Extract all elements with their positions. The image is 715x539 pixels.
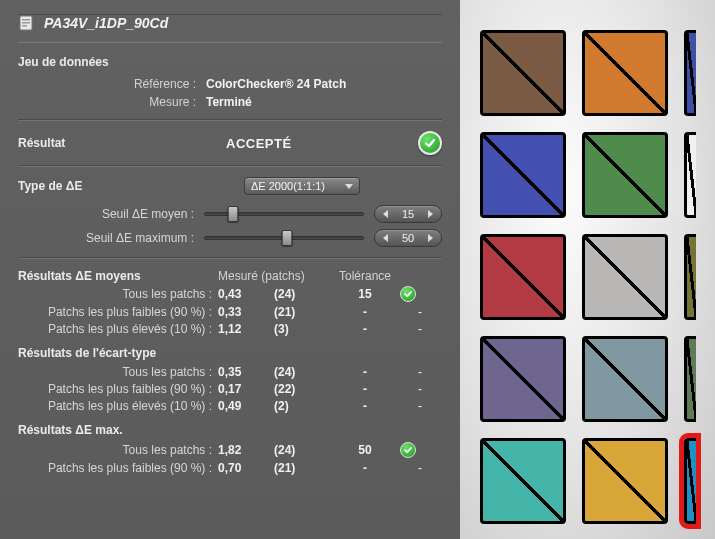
threshold-avg-slider[interactable] [204,212,364,216]
result-row: Résultat ACCEPTÉ [18,131,442,155]
row-measured: 0,70 [218,461,274,475]
color-swatch[interactable] [684,336,696,422]
chevron-down-icon [345,184,353,189]
threshold-avg-value: 15 [398,208,418,220]
row-measured: 1,82 [218,443,274,457]
de-type-dropdown[interactable]: ΔE 2000(1:1:1) [244,177,360,195]
color-swatch[interactable] [684,132,696,218]
result-row: Patchs les plus élevés (10 %) :0,49(2)-- [18,399,442,413]
row-label: Patchs les plus élevés (10 %) : [18,399,218,413]
color-swatch[interactable] [684,30,696,116]
row-count: (21) [274,305,330,319]
row-status: - [400,305,440,319]
check-small-icon [400,442,416,458]
row-label: Patchs les plus faibles (90 %) : [18,461,218,475]
row-count: (21) [274,461,330,475]
threshold-max-value: 50 [398,232,418,244]
svg-rect-2 [22,22,30,24]
check-small-icon [400,286,416,302]
result-row: Patchs les plus faibles (90 %) :0,33(21)… [18,305,442,319]
row-count: (24) [274,287,330,301]
row-measured: 0,49 [218,399,274,413]
result-row: Patchs les plus faibles (90 %) :0,70(21)… [18,461,442,475]
dataset-heading: Jeu de données [18,55,442,69]
results-header-row: Résultats ΔE moyens Mesuré (patchs) Tolé… [18,269,442,283]
check-circle-icon [418,131,442,155]
std-rows: Tous les patchs :0,35(24)--Patchs les pl… [18,365,442,413]
row-label: Tous les patchs : [18,287,218,301]
svg-rect-3 [22,25,27,27]
color-swatch[interactable] [684,234,696,320]
result-row: Tous les patchs :0,35(24)-- [18,365,442,379]
row-tolerance: 15 [330,287,400,301]
avg-heading: Résultats ΔE moyens [18,269,218,283]
reference-label: Référence : [18,77,196,91]
divider [18,119,442,121]
result-label: Résultat [18,136,196,150]
row-count: (2) [274,399,330,413]
max-rows: Tous les patchs :1,82(24)50Patchs les pl… [18,442,442,475]
row-status: - [400,382,440,396]
row-measured: 0,35 [218,365,274,379]
threshold-avg-stepper[interactable]: 15 [374,205,442,223]
row-label: Patchs les plus faibles (90 %) : [18,382,218,396]
row-tolerance: - [330,382,400,396]
color-swatch[interactable] [582,336,668,422]
color-swatch[interactable] [480,30,566,116]
result-row: Patchs les plus élevés (10 %) :1,12(3)-- [18,322,442,336]
row-tolerance: - [330,399,400,413]
row-tolerance: - [330,305,400,319]
document-title: PA34V_i1DP_90Cd [44,15,168,31]
row-count: (22) [274,382,330,396]
de-type-selected: ΔE 2000(1:1:1) [251,180,325,192]
stepper-decrement-icon[interactable] [383,234,388,242]
divider [18,165,442,167]
color-swatch[interactable] [582,234,668,320]
color-swatch[interactable] [480,438,566,524]
measure-row: Mesure : Terminé [18,95,442,109]
color-swatch[interactable] [480,234,566,320]
row-status [400,442,440,458]
color-swatch[interactable] [480,132,566,218]
threshold-avg-label: Seuil ΔE moyen : [18,207,194,221]
divider [18,257,442,259]
slider-thumb[interactable] [228,206,239,222]
row-status [400,286,440,302]
col-measured: Mesuré (patchs) [218,269,330,283]
stepper-increment-icon[interactable] [428,234,433,242]
properties-panel: PA34V_i1DP_90Cd Jeu de données Référence… [0,0,460,539]
row-tolerance: - [330,365,400,379]
swatch-grid [480,30,715,524]
row-status: - [400,322,440,336]
stepper-increment-icon[interactable] [428,210,433,218]
row-measured: 0,33 [218,305,274,319]
color-swatch[interactable] [684,438,696,524]
row-count: (24) [274,365,330,379]
row-count: (24) [274,443,330,457]
threshold-max-slider[interactable] [204,236,364,240]
col-tolerance: Tolérance [330,269,400,283]
row-tolerance: - [330,461,400,475]
row-status: - [400,461,440,475]
result-row: Patchs les plus faibles (90 %) :0,17(22)… [18,382,442,396]
row-measured: 1,12 [218,322,274,336]
row-label: Tous les patchs : [18,443,218,457]
color-swatch[interactable] [582,438,668,524]
row-count: (3) [274,322,330,336]
max-heading: Résultats ΔE max. [18,423,442,437]
row-measured: 0,43 [218,287,274,301]
color-swatch[interactable] [480,336,566,422]
std-heading: Résultats de l'écart-type [18,346,442,360]
result-value: ACCEPTÉ [226,136,408,151]
color-swatch[interactable] [582,30,668,116]
de-type-label: Type de ΔE [18,179,196,193]
slider-thumb[interactable] [282,230,293,246]
result-row: Tous les patchs :1,82(24)50 [18,442,442,458]
threshold-max-stepper[interactable]: 50 [374,229,442,247]
color-swatch[interactable] [582,132,668,218]
row-measured: 0,17 [218,382,274,396]
threshold-max-label: Seuil ΔE maximum : [18,231,194,245]
row-status: - [400,365,440,379]
row-tolerance: - [330,322,400,336]
stepper-decrement-icon[interactable] [383,210,388,218]
